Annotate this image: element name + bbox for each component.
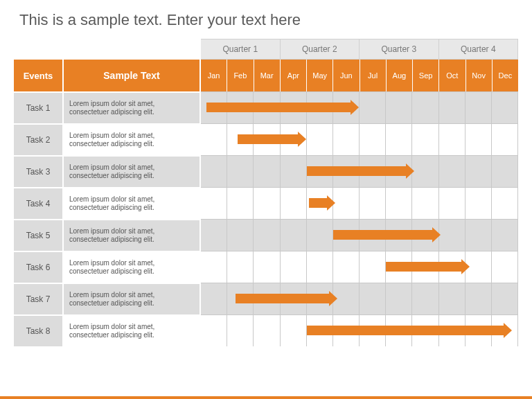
grid-cell [360,91,386,123]
grid-cell [281,314,307,346]
grid-cell [439,187,466,219]
grid-cell [439,123,466,155]
grid-cell [492,219,518,251]
gantt-bar-arrow [238,134,298,144]
quarter-header-row: Quarter 1 Quarter 2 Quarter 3 Quarter 4 [14,39,518,60]
quarter-cell: Quarter 2 [281,39,360,60]
quarter-cell: Quarter 3 [360,39,439,60]
grid-cell [492,91,518,123]
gantt-chart: Quarter 1 Quarter 2 Quarter 3 Quarter 4 … [0,33,532,346]
bar-area [201,314,518,346]
grid-cell [227,251,254,283]
task-label: Task 2 [14,123,64,155]
gantt-bar-arrow [309,198,327,208]
task-desc: Lorem ipsum dolor sit amet, consectetuer… [64,219,201,251]
task-label: Task 4 [14,187,64,219]
quarter-cell: Quarter 4 [439,39,519,60]
grid-cell [492,155,518,187]
bar-area [201,123,518,155]
task-label: Task 5 [14,219,64,251]
month-cell: Dec [493,60,518,91]
task-label: Task 1 [14,91,64,123]
grid-cell [492,123,518,155]
gantt-bar-arrow [236,294,330,303]
task-desc: Lorem ipsum dolor sit amet, consectetuer… [64,251,201,283]
grid-cell [412,155,438,187]
grid-cell [201,251,227,283]
grid-cell [333,251,360,283]
task-desc: Lorem ipsum dolor sit amet, consectetuer… [64,123,201,155]
grid-cell [201,123,227,155]
task-desc: Lorem ipsum dolor sit amet, consectetuer… [64,314,201,346]
grid-cell [492,283,518,314]
month-cell: Jun [333,60,360,91]
grid-cell [360,187,386,219]
task-row: Task 3Lorem ipsum dolor sit amet, consec… [14,155,518,187]
task-desc: Lorem ipsum dolor sit amet, consectetuer… [64,91,201,123]
page-title: This is a sample text. Enter your text h… [0,0,532,33]
bar-area [201,283,518,314]
grid-cell [333,187,360,219]
grid-cell [386,123,412,155]
grid-cell [201,187,227,219]
grid-cell [333,123,360,155]
grid-cell [227,219,254,251]
task-label: Task 7 [14,283,64,314]
grid-cell [281,187,307,219]
bar-area [201,187,518,219]
bar-area [201,155,518,187]
grid-cell [439,91,466,123]
grid-cell [307,123,333,155]
grid-cell [307,219,333,251]
grid-cell [281,251,307,283]
month-cell: Oct [439,60,466,91]
grid-cell [227,187,254,219]
task-row: Task 2Lorem ipsum dolor sit amet, consec… [14,123,518,155]
task-desc: Lorem ipsum dolor sit amet, consectetuer… [64,283,201,314]
desc-column-header: Sample Text [64,60,201,91]
grid-cell [254,314,280,346]
grid-cell [439,219,466,251]
grid-cell [201,219,227,251]
quarter-spacer [14,39,201,60]
gantt-rows: Task 1Lorem ipsum dolor sit amet, consec… [14,91,518,346]
grid-cell [492,187,518,219]
bar-area [201,91,518,123]
month-cell: Nov [466,60,493,91]
events-column-header: Events [14,60,64,91]
task-row: Task 5Lorem ipsum dolor sit amet, consec… [14,219,518,251]
month-cell: May [307,60,333,91]
task-label: Task 8 [14,314,64,346]
task-row: Task 8Lorem ipsum dolor sit amet, consec… [14,314,518,346]
grid-cell [466,91,492,123]
task-desc: Lorem ipsum dolor sit amet, consectetuer… [64,155,201,187]
task-row: Task 7Lorem ipsum dolor sit amet, consec… [14,283,518,314]
grid-cell [360,251,386,283]
grid-cell [360,123,386,155]
grid-cell [254,219,280,251]
bar-area [201,251,518,283]
grid-cell [360,283,386,314]
grid-cell [386,91,412,123]
grid-cell [466,219,492,251]
grid-cell [227,155,254,187]
task-row: Task 4Lorem ipsum dolor sit amet, consec… [14,187,518,219]
task-label: Task 6 [14,251,64,283]
month-cell: Mar [254,60,281,91]
grid-cell [201,314,227,346]
grid-cell [466,155,492,187]
grid-cell [439,155,466,187]
grid-cell [201,155,227,187]
month-cell: Feb [227,60,254,91]
grid-cell [201,283,227,314]
grid-cell [412,187,438,219]
grid-cell [307,251,333,283]
task-desc: Lorem ipsum dolor sit amet, consectetuer… [64,187,201,219]
grid-cell [386,283,412,314]
grid-cell [281,155,307,187]
gantt-bar-arrow [386,262,462,272]
grid-cell [492,251,518,283]
month-cell: Jul [360,60,387,91]
grid-cell [466,283,492,314]
month-cell: Apr [281,60,307,91]
